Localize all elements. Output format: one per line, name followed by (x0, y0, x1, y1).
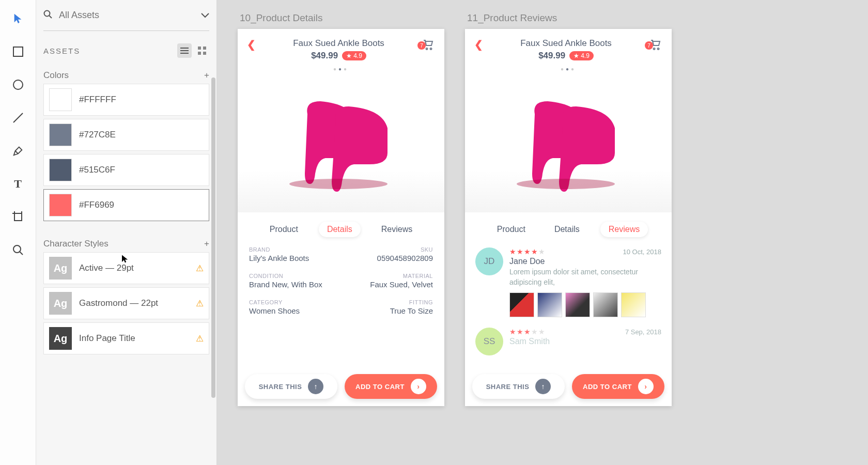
detail-value: Faux Sued, Velvet (341, 280, 433, 289)
chevron-down-icon[interactable] (201, 11, 209, 20)
product-price: $49.99 (538, 51, 565, 61)
product-image (465, 73, 672, 212)
artboard-wrap: 10_Product Details ❮ Faux Sued Ankle Boo… (238, 12, 444, 406)
share-button[interactable]: SHARE THIS↑ (245, 374, 337, 399)
colors-list: #FFFFFF #727C8E #515C6F #FF6969 (43, 84, 209, 221)
detail-label: CATEGORY (249, 299, 341, 305)
svg-line-10 (49, 16, 52, 18)
svg-rect-16 (198, 52, 201, 55)
scrollbar[interactable] (211, 78, 215, 398)
add-to-cart-button[interactable]: ADD TO CART› (345, 374, 437, 399)
colors-section-title: Colors (43, 70, 69, 81)
text-tool-icon[interactable]: T (11, 177, 25, 191)
artboard-product-reviews[interactable]: ❮ Faux Sued Ankle Boots $49.99 ★ 4.9 7 ●… (465, 29, 672, 406)
review-text: Lorem ipsum dolor sit amet, consectetur … (509, 267, 661, 287)
grid-view-button[interactable] (195, 43, 209, 58)
svg-rect-15 (203, 47, 206, 50)
thumbnail[interactable] (537, 292, 562, 317)
tab-product[interactable]: Product (261, 222, 306, 237)
ag-icon: Ag (49, 292, 72, 315)
avatar: JD (475, 247, 503, 275)
list-view-button[interactable] (177, 43, 192, 58)
svg-line-2 (13, 113, 23, 122)
color-asset[interactable]: #FFFFFF (43, 84, 209, 116)
review-date: 7 Sep, 2018 (625, 328, 661, 336)
svg-rect-0 (13, 47, 23, 56)
thumbnail[interactable] (621, 292, 646, 317)
add-to-cart-button[interactable]: ADD TO CART› (572, 374, 664, 399)
tab-reviews[interactable]: Reviews (373, 222, 421, 237)
avatar: SS (475, 328, 503, 355)
svg-line-8 (20, 252, 23, 255)
color-swatch (49, 194, 72, 216)
detail-value: Women Shoes (249, 306, 341, 315)
detail-value: Lily's Ankle Boots (249, 254, 341, 262)
rating-badge: ★ 4.9 (569, 51, 594, 60)
tab-reviews[interactable]: Reviews (600, 222, 648, 237)
add-color-button[interactable]: + (204, 70, 209, 81)
rating-badge: ★ 4.9 (342, 51, 366, 60)
back-icon[interactable]: ❮ (247, 38, 256, 51)
add-charstyle-button[interactable]: + (204, 239, 209, 249)
color-asset[interactable]: #FF6969 (43, 189, 209, 221)
artboard-tool-icon[interactable] (11, 210, 25, 224)
tab-details[interactable]: Details (546, 222, 588, 237)
charstyle-label: Info Page Title (79, 333, 135, 344)
search-input[interactable] (59, 10, 195, 21)
thumbnail[interactable] (509, 292, 534, 317)
svg-rect-3 (14, 213, 22, 221)
cart-icon[interactable]: 7 (649, 38, 662, 53)
warning-icon: ⚠ (196, 333, 204, 344)
line-tool-icon[interactable] (11, 111, 25, 125)
product-image (238, 73, 444, 212)
warning-icon: ⚠ (196, 298, 204, 309)
charstyle-asset[interactable]: AgGastromond — 22pt⚠ (43, 287, 209, 319)
detail-label: MATERIAL (341, 273, 433, 279)
carousel-dots[interactable]: ●●● (238, 64, 444, 73)
warning-icon: ⚠ (196, 263, 204, 274)
back-icon[interactable]: ❮ (474, 38, 483, 51)
assets-search-row[interactable] (43, 0, 209, 31)
charstyles-section-title: Character Styles (43, 239, 109, 249)
charstyle-asset[interactable]: AgInfo Page Title⚠ (43, 322, 209, 354)
color-swatch (49, 159, 72, 181)
artboard-product-details[interactable]: ❮ Faux Sued Ankle Boots $49.99 ★ 4.9 7 ●… (238, 29, 444, 406)
cursor-icon (120, 253, 130, 267)
svg-rect-14 (198, 47, 201, 50)
color-label: #FFFFFF (79, 95, 116, 105)
review-thumbnails (509, 292, 661, 317)
ellipse-tool-icon[interactable] (11, 78, 25, 92)
detail-label: BRAND (249, 246, 341, 253)
carousel-dots[interactable]: ●●● (465, 64, 672, 73)
svg-point-9 (44, 10, 50, 16)
artboard-title[interactable]: 10_Product Details (240, 12, 444, 24)
share-button[interactable]: SHARE THIS↑ (472, 374, 565, 399)
cart-icon[interactable]: 7 (422, 38, 435, 53)
color-asset[interactable]: #727C8E (43, 119, 209, 151)
canvas[interactable]: 10_Product Details ❮ Faux Sued Ankle Boo… (217, 0, 868, 465)
thumbnail[interactable] (593, 292, 618, 317)
reviews-list: JD ★★★★★10 Oct, 2018 Jane Doe Lorem ipsu… (465, 243, 672, 355)
rectangle-tool-icon[interactable] (11, 44, 25, 59)
tab-product[interactable]: Product (489, 222, 534, 237)
cart-badge: 7 (645, 41, 653, 50)
color-swatch (49, 123, 72, 146)
product-price: $49.99 (311, 51, 338, 61)
product-name: Faux Sued Ankle Boots (256, 38, 422, 49)
tabs: Product Details Reviews (465, 212, 672, 243)
tool-strip: T (0, 0, 36, 465)
zoom-tool-icon[interactable] (11, 243, 25, 257)
color-label: #515C6F (79, 165, 115, 175)
star-rating-icon: ★★★★★ (509, 247, 546, 256)
pen-tool-icon[interactable] (11, 144, 25, 158)
tab-details[interactable]: Details (319, 222, 361, 237)
star-rating-icon: ★★★★★ (509, 328, 546, 336)
color-asset[interactable]: #515C6F (43, 154, 209, 186)
details-grid: BRANDLily's Ankle Boots SKU0590458902809… (238, 243, 444, 315)
color-label: #727C8E (79, 130, 116, 140)
artboard-title[interactable]: 11_Product Reviews (467, 12, 672, 24)
svg-point-1 (13, 80, 23, 89)
select-tool-icon[interactable] (11, 11, 25, 26)
review-item: JD ★★★★★10 Oct, 2018 Jane Doe Lorem ipsu… (475, 247, 661, 317)
thumbnail[interactable] (565, 292, 590, 317)
